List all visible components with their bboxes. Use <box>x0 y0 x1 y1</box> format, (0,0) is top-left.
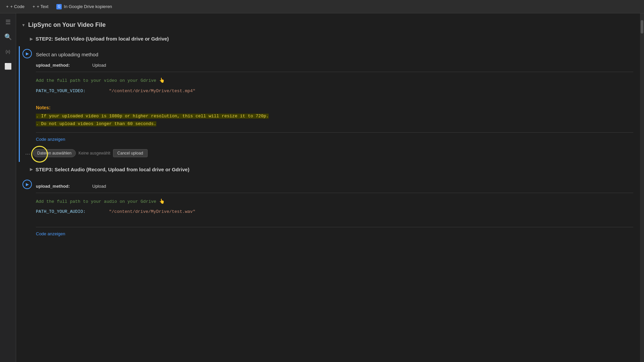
files-icon[interactable]: ⬜ <box>2 60 14 72</box>
choose-files-container: Dateien auswählen <box>33 149 76 157</box>
top-toolbar: + + Code + + Text G In Google Drive kopi… <box>0 0 644 13</box>
notebook-content: ▼ LipSync on Your Video File ▶ STEP2: Se… <box>16 13 640 362</box>
upload-area: Dateien auswählen Keine ausgewählt Cance… <box>33 147 148 159</box>
step3-header[interactable]: ▶ STEP3: Select Audio (Record, Upload fr… <box>30 165 190 174</box>
step3-title: STEP3: Select Audio (Record, Upload from… <box>36 167 190 172</box>
right-scrollbar[interactable] <box>640 13 644 362</box>
main-layout: ☰ 🔍 {x} ⬜ ▼ LipSync on Your Video File ▶… <box>0 13 644 362</box>
plus-text-icon: + <box>33 4 35 9</box>
upload-method-row: upload_method: Upload <box>36 61 633 69</box>
step2-cell-content: Select an uploading method upload_method… <box>32 48 637 144</box>
cancel-upload-button[interactable]: Cancel upload <box>113 149 148 157</box>
step3-run-button[interactable]: ▶ <box>22 180 32 189</box>
step3-header-inner: ▶ STEP3: Select Audio (Record, Upload fr… <box>20 163 640 176</box>
notebook: ▼ LipSync on Your Video File ▶ STEP2: Se… <box>16 13 640 247</box>
no-file-selected-text: Keine ausgewählt <box>78 151 110 156</box>
step3-run-icon: ▶ <box>26 182 29 187</box>
path-audio-row: PATH_TO_YOUR_AUDIO: "/content/drive/MyDr… <box>36 207 633 217</box>
step3-divider <box>36 193 633 193</box>
upload-file-row: ··· Dateien auswählen Keine ausgewählt C… <box>20 146 640 162</box>
notebook-toggle-icon[interactable]: ▼ <box>21 23 25 27</box>
note2: . Do not upload videos longer than 60 se… <box>36 121 633 127</box>
choose-files-button[interactable]: Dateien auswählen <box>33 149 76 157</box>
step2-cell-inner: ▶ Select an uploading method upload_meth… <box>20 46 640 146</box>
left-sidebar: ☰ 🔍 {x} ⬜ <box>0 13 16 362</box>
step3-form: upload_method: Upload Add the full path … <box>36 180 633 225</box>
note1-text: . If your uploaded video is 1080p or hig… <box>36 114 269 119</box>
notes-title: Notes: <box>36 105 633 110</box>
step3-toggle-icon[interactable]: ▶ <box>30 167 33 172</box>
cell-divider-2 <box>36 132 633 133</box>
add-code-button[interactable]: + + Code <box>3 2 28 11</box>
step3-divider-2 <box>36 227 633 227</box>
step3-cell-inner: ▶ upload_method: Upload Add the full <box>20 177 640 241</box>
plus-icon: + <box>6 4 9 9</box>
step3-upload-method-value: Upload <box>92 184 106 189</box>
step3-upload-method-row: upload_method: Upload <box>36 182 633 190</box>
note2-text: . Do not upload videos longer than 60 se… <box>36 121 156 126</box>
notebook-header[interactable]: ▼ LipSync on Your Video File <box>19 19 640 31</box>
cell-divider-1 <box>36 72 633 72</box>
gdrive-icon: G <box>56 4 62 9</box>
step3-upload-method-label: upload_method: <box>36 184 90 189</box>
path-video-label: PATH_TO_YOUR_VIDEO: <box>36 88 106 95</box>
show-code-link-step3[interactable]: Code anzeigen <box>36 231 65 236</box>
upload-method-value: Upload <box>92 63 106 68</box>
gdrive-comment: Add the full path to your video on your … <box>36 77 633 84</box>
step2-run-button[interactable]: ▶ <box>22 49 32 58</box>
step2-header[interactable]: ▶ STEP2: Select Video (Upload from local… <box>30 34 169 44</box>
step3-gdrive-emoji: 👆 <box>159 199 165 204</box>
run-icon: ▶ <box>26 51 29 56</box>
gdrive-copy-button[interactable]: G In Google Drive kopieren <box>53 2 115 11</box>
step2-header-inner: ▶ STEP2: Select Video (Upload from local… <box>20 33 640 45</box>
step2-header-cell: ▶ STEP2: Select Video (Upload from local… <box>19 33 640 45</box>
path-video-row: PATH_TO_YOUR_VIDEO: "/content/drive/MyDr… <box>36 86 633 96</box>
add-text-button[interactable]: + + Text <box>29 2 52 11</box>
step3-comment: Add the full path to your audio on your … <box>36 198 633 205</box>
upload-method-label: upload_method: <box>36 63 90 68</box>
step3-cell: ▶ upload_method: Upload Add the full <box>19 177 640 241</box>
path-audio-value: "/content/drive/MyDrive/test.wav" <box>109 208 195 216</box>
step3-path-block: Add the full path to your audio on your … <box>36 196 633 222</box>
note1: . If your uploaded video is 1080p or hig… <box>36 113 633 119</box>
notebook-title: LipSync on Your Video File <box>28 21 106 28</box>
gdrive-path-block: Add the full path to your video on your … <box>36 75 633 101</box>
gdrive-comment-text: Add the full path to your video on your … <box>36 78 156 83</box>
step3-header-cell: ▶ STEP3: Select Audio (Record, Upload fr… <box>19 163 640 176</box>
menu-icon[interactable]: ☰ <box>2 16 14 28</box>
step2-title: STEP2: Select Video (Upload from local d… <box>36 36 169 42</box>
step2-subsection-title: Select an uploading method <box>36 52 633 57</box>
variables-icon[interactable]: {x} <box>2 46 14 58</box>
path-video-value: "/content/drive/MyDrive/test.mp4" <box>109 88 195 95</box>
upload-method-form: Select an uploading method upload_method… <box>36 49 633 130</box>
step2-toggle-icon[interactable]: ▶ <box>30 37 33 41</box>
gdrive-emoji: 👆 <box>159 78 165 83</box>
cell-options-icon[interactable]: ··· <box>22 150 33 158</box>
search-icon[interactable]: 🔍 <box>2 31 14 43</box>
step2-upload-method-cell: ▶ Select an uploading method upload_meth… <box>19 46 640 162</box>
scrollbar-thumb <box>641 20 643 34</box>
step3-comment-text: Add the full path to your audio on your … <box>36 199 156 204</box>
show-code-link-step2[interactable]: Code anzeigen <box>36 137 65 142</box>
path-audio-label: PATH_TO_YOUR_AUDIO: <box>36 208 106 216</box>
step3-cell-content: upload_method: Upload Add the full path … <box>32 178 637 239</box>
